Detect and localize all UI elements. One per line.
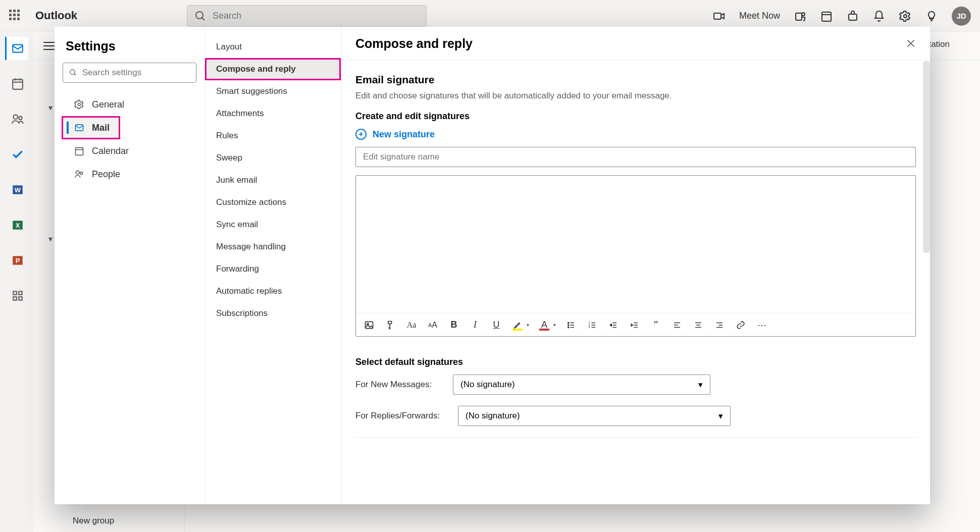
search-settings-input[interactable] <box>82 68 190 78</box>
svg-rect-11 <box>13 79 23 89</box>
my-day-icon[interactable] <box>820 10 833 22</box>
search-settings[interactable] <box>63 63 196 83</box>
format-painter-icon[interactable] <box>384 319 396 331</box>
subsection-smart-suggestions[interactable]: Smart suggestions <box>205 80 341 102</box>
settings-category-mail[interactable]: Mail <box>63 117 119 138</box>
subsection-label: Compose and reply <box>216 64 296 74</box>
subsection-label: Subscriptions <box>216 308 268 318</box>
for-new-messages-label: For New Messages: <box>355 380 444 390</box>
select-value: (No signature) <box>460 380 515 390</box>
editor-toolbar: Aa AA B I U ▾ A ▾ 123 ” <box>356 313 915 336</box>
signature-editor-area[interactable] <box>356 176 915 313</box>
new-group-link[interactable]: New group <box>73 516 114 526</box>
settings-icon[interactable] <box>899 10 911 22</box>
chevron-down-icon: ▾ <box>718 411 723 421</box>
global-search[interactable] <box>187 5 427 27</box>
close-button[interactable] <box>906 38 916 48</box>
svg-rect-31 <box>76 147 83 155</box>
numbered-list-icon[interactable]: 123 <box>586 319 598 331</box>
indent-icon[interactable] <box>629 319 641 331</box>
subsection-label: Smart suggestions <box>216 86 287 96</box>
align-right-icon[interactable] <box>713 319 726 331</box>
category-label: People <box>92 169 120 180</box>
rail-todo[interactable] <box>5 143 28 166</box>
subsection-sweep[interactable]: Sweep <box>205 147 341 169</box>
settings-categories-column: Settings General Mail Calendar <box>55 27 205 504</box>
chevron-down-icon[interactable]: ▾ <box>553 322 556 328</box>
plus-icon: + <box>355 129 367 140</box>
new-messages-signature-select[interactable]: (No signature) ▾ <box>453 375 710 395</box>
more-icon[interactable]: ⋯ <box>756 319 768 331</box>
rail-mail[interactable] <box>5 37 28 60</box>
new-signature-button[interactable]: + New signature <box>355 129 916 140</box>
subsection-forwarding[interactable]: Forwarding <box>205 258 341 280</box>
app-rail: W X P <box>0 32 33 532</box>
subsection-label: Forwarding <box>216 264 259 274</box>
account-avatar[interactable]: JD <box>952 7 971 26</box>
panel-body: Email signature Edit and choose signatur… <box>341 61 930 504</box>
quote-icon[interactable]: ” <box>650 319 662 331</box>
calendar-icon <box>11 77 24 90</box>
teams-icon[interactable] <box>794 10 806 22</box>
panel-title: Compose and reply <box>355 36 473 51</box>
settings-category-people[interactable]: People <box>63 164 196 185</box>
rail-word[interactable]: W <box>5 178 28 201</box>
global-search-input[interactable] <box>213 11 419 21</box>
subsection-label: Attachments <box>216 109 264 119</box>
subsection-message-handling[interactable]: Message handling <box>205 236 341 258</box>
subsection-layout[interactable]: Layout <box>205 36 341 58</box>
signature-name-input[interactable] <box>355 147 916 167</box>
video-icon[interactable] <box>713 10 725 22</box>
font-color-icon[interactable]: A <box>538 319 550 331</box>
create-edit-heading: Create and edit signatures <box>355 111 916 122</box>
apps-icon[interactable] <box>847 10 859 22</box>
svg-point-29 <box>78 103 81 106</box>
subsection-attachments[interactable]: Attachments <box>205 102 341 125</box>
subsection-sync-email[interactable]: Sync email <box>205 214 341 236</box>
settings-title: Settings <box>63 39 196 54</box>
replies-signature-select[interactable]: (No signature) ▾ <box>458 406 731 426</box>
rail-people[interactable] <box>5 108 28 131</box>
rail-excel[interactable]: X <box>5 214 28 237</box>
font-family-icon[interactable]: Aa <box>405 319 418 331</box>
chevron-down-icon[interactable]: ▾ <box>48 103 53 113</box>
meet-now-button[interactable]: Meet Now <box>739 11 780 21</box>
app-launcher-icon[interactable] <box>9 10 21 22</box>
chevron-down-icon[interactable]: ▾ <box>527 322 529 328</box>
font-size-icon[interactable]: AA <box>427 319 439 331</box>
settings-category-calendar[interactable]: Calendar <box>63 140 196 162</box>
insert-link-icon[interactable] <box>735 319 747 331</box>
subsection-automatic-replies[interactable]: Automatic replies <box>205 280 341 302</box>
subsection-junk-email[interactable]: Junk email <box>205 169 341 191</box>
subsection-subscriptions[interactable]: Subscriptions <box>205 302 341 325</box>
scrollbar[interactable] <box>923 61 930 253</box>
toggle-left-pane[interactable] <box>43 42 55 50</box>
people-icon <box>11 113 24 126</box>
subsection-compose-reply[interactable]: Compose and reply <box>205 58 341 80</box>
align-left-icon[interactable] <box>671 319 683 331</box>
italic-icon[interactable]: I <box>469 319 481 331</box>
underline-icon[interactable]: U <box>490 319 502 331</box>
highlight-icon[interactable] <box>511 319 524 331</box>
settings-category-general[interactable]: General <box>63 94 196 115</box>
svg-text:3: 3 <box>589 326 590 329</box>
align-center-icon[interactable] <box>692 319 704 331</box>
app-name: Outlook <box>35 9 77 22</box>
chevron-down-icon[interactable]: ▾ <box>48 234 53 244</box>
close-icon <box>906 38 916 48</box>
bullet-list-icon[interactable] <box>565 319 577 331</box>
rail-more-apps[interactable] <box>5 284 28 307</box>
subsection-customize-actions[interactable]: Customize actions <box>205 191 341 214</box>
svg-line-28 <box>74 74 76 75</box>
tips-icon[interactable] <box>925 10 938 22</box>
outdent-icon[interactable] <box>607 319 620 331</box>
subsection-label: Sweep <box>216 153 242 163</box>
notifications-icon[interactable] <box>873 10 885 22</box>
subsection-rules[interactable]: Rules <box>205 125 341 147</box>
rail-calendar[interactable] <box>5 72 28 95</box>
bold-icon[interactable]: B <box>448 319 460 331</box>
insert-image-icon[interactable] <box>363 319 375 331</box>
rail-powerpoint[interactable]: P <box>5 249 28 272</box>
svg-line-1 <box>202 18 204 20</box>
svg-rect-2 <box>714 13 721 19</box>
